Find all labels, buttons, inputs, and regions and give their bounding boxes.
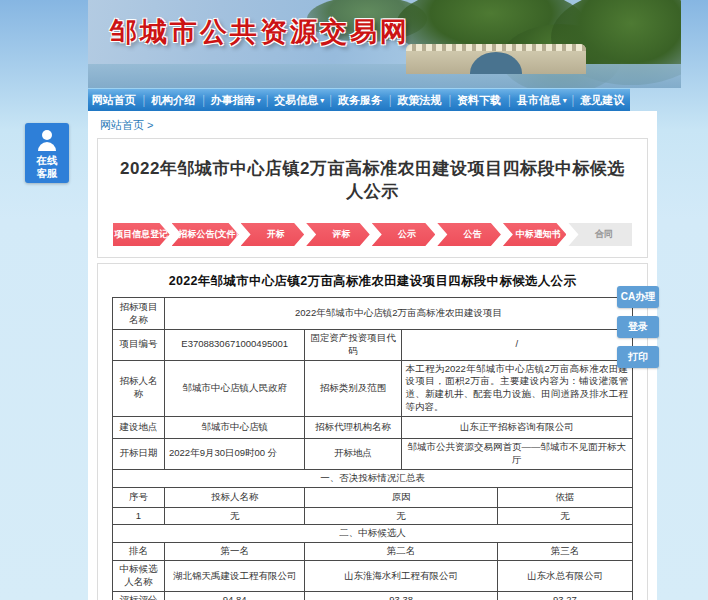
column-header: 原因 bbox=[305, 487, 497, 507]
cell-label: 招标代理机构名称 bbox=[305, 416, 401, 438]
chevron-down-icon: ▾ bbox=[320, 96, 324, 105]
side-toolbar: CA办理 登录 打印 bbox=[617, 286, 659, 376]
cell-label: 招标人名称 bbox=[113, 360, 165, 416]
nav-item-guide[interactable]: 办事指南▾ bbox=[209, 93, 263, 108]
column-header: 投标人名称 bbox=[165, 487, 305, 507]
nav-item-policy[interactable]: 政策法规 bbox=[396, 93, 446, 108]
cell-value: 94.84 bbox=[165, 591, 305, 600]
nav-separator: │ bbox=[388, 95, 394, 106]
column-header: 序号 bbox=[113, 487, 165, 507]
online-service-label: 在线 客服 bbox=[37, 154, 58, 180]
login-button[interactable]: 登录 bbox=[617, 316, 659, 338]
table-row: 排名 第一名 第二名 第三名 bbox=[113, 543, 633, 561]
cell-value: 山东水总有限公司 bbox=[497, 561, 632, 592]
nav-separator: │ bbox=[447, 95, 453, 106]
cell-value: 无 bbox=[305, 507, 497, 525]
table-row: 评标评分 94.84 93.38 93.27 bbox=[113, 591, 633, 600]
cell-label: 开标日期 bbox=[113, 438, 165, 469]
cell-value: 邹城市公共资源交易网首页——邹城市不见面开标大厅 bbox=[401, 438, 632, 469]
table-row: 1 无 无 无 bbox=[113, 507, 633, 525]
site-title: 邹城市公共资源交易网 bbox=[110, 14, 410, 50]
sections-table: 一、否决投标情况汇总表 序号 投标人名称 原因 依据 1 无 无 无 二、中标候… bbox=[112, 469, 633, 600]
table-row: 招标人名称 邹城市中心店镇人民政府 招标类别及范围 本工程为2022年邹城市中心… bbox=[113, 360, 633, 416]
table-row: 项目编号 E3708830671000495001 固定资产投资项目代码 / bbox=[113, 330, 633, 361]
cell-label: 评标评分 bbox=[113, 591, 165, 600]
table-row: 建设地点 邹城市中心店镇 招标代理机构名称 山东正平招标咨询有限公司 bbox=[113, 416, 633, 438]
nav-item-gov-service[interactable]: 政务服务 bbox=[336, 93, 386, 108]
column-header: 第二名 bbox=[305, 543, 497, 561]
notice-panel: 2022年邹城市中心店镇2万亩高标准农田建设项目四标段中标候选人公示 招标项目名… bbox=[97, 263, 648, 600]
cell-label: 开标地点 bbox=[305, 438, 401, 469]
table-row: 招标项目名称 2022年邹城市中心店镇2万亩高标准农田建设项目 bbox=[113, 298, 633, 330]
nav-item-home[interactable]: 网站首页 bbox=[90, 93, 140, 108]
banner-water-graphic bbox=[88, 64, 681, 88]
nav-item-trade-info[interactable]: 交易信息▾ bbox=[272, 93, 326, 108]
person-icon bbox=[38, 130, 56, 151]
cell-label: 中标候选人名称 bbox=[113, 561, 165, 592]
cell-value: 2022年9月30日09时00 分 bbox=[165, 438, 305, 469]
step-tender-announcement[interactable]: 招标公告(文件) bbox=[172, 223, 239, 246]
table-row: 一、否决投标情况汇总表 bbox=[113, 469, 633, 487]
breadcrumb-separator: > bbox=[147, 119, 153, 131]
nav-item-feedback[interactable]: 意见建议 bbox=[578, 93, 628, 108]
cell-label: 招标项目名称 bbox=[113, 298, 165, 330]
cell-value: 2022年邹城市中心店镇2万亩高标准农田建设项目 bbox=[165, 298, 633, 330]
table-row: 二、中标候选人 bbox=[113, 525, 633, 543]
table-row: 中标候选人名称 湖北锦天禹建设工程有限公司 山东淮海水利工程有限公司 山东水总有… bbox=[113, 561, 633, 592]
cell-value: 无 bbox=[497, 507, 632, 525]
column-header: 第三名 bbox=[497, 543, 632, 561]
cell-label: 固定资产投资项目代码 bbox=[305, 330, 401, 361]
nav-separator: │ bbox=[264, 95, 270, 106]
nav-item-about[interactable]: 机构介绍 bbox=[149, 93, 199, 108]
breadcrumb: 网站首页 > bbox=[88, 111, 657, 138]
process-steps: 项目信息登记 招标公告(文件) 开标 评标 公示 公告 中标通知书 合同 bbox=[113, 223, 632, 246]
step-project-registration[interactable]: 项目信息登记 bbox=[113, 223, 170, 246]
title-steps-panel: 2022年邹城市中心店镇2万亩高标准农田建设项目四标段中标候选人公示 项目信息登… bbox=[97, 138, 648, 258]
step-bid-opening[interactable]: 开标 bbox=[241, 223, 305, 246]
banner-bridge-graphic bbox=[406, 44, 586, 74]
notice-table-title: 2022年邹城市中心店镇2万亩高标准农田建设项目四标段中标候选人公示 bbox=[112, 273, 633, 290]
nav-item-download[interactable]: 资料下载 bbox=[455, 93, 505, 108]
cell-value: E3708830671000495001 bbox=[165, 330, 305, 361]
cell-value: 93.38 bbox=[305, 591, 497, 600]
nav-separator: │ bbox=[507, 95, 513, 106]
table-row: 开标日期 2022年9月30日09时00 分 开标地点 邹城市公共资源交易网首页… bbox=[113, 438, 633, 469]
step-publicity[interactable]: 公示 bbox=[372, 223, 436, 246]
print-button[interactable]: 打印 bbox=[617, 346, 659, 368]
section-title-rejected-bids: 一、否决投标情况汇总表 bbox=[113, 469, 633, 487]
step-award-notice[interactable]: 中标通知书 bbox=[503, 223, 567, 246]
nav-separator: │ bbox=[570, 95, 576, 106]
nav-separator: │ bbox=[201, 95, 207, 106]
column-header: 第一名 bbox=[165, 543, 305, 561]
cell-value: 无 bbox=[165, 507, 305, 525]
cell-value: 93.27 bbox=[497, 591, 632, 600]
cell-value: / bbox=[401, 330, 632, 361]
chevron-down-icon: ▾ bbox=[563, 96, 567, 105]
online-service-button[interactable]: 在线 客服 bbox=[25, 123, 69, 183]
nav-separator: │ bbox=[328, 95, 334, 106]
column-header: 依据 bbox=[497, 487, 632, 507]
content-area: 网站首页 > 2022年邹城市中心店镇2万亩高标准农田建设项目四标段中标候选人公… bbox=[88, 111, 657, 600]
main-nav: 网站首页 │ 机构介绍 │ 办事指南▾ │ 交易信息▾ │ 政务服务 │ 政策法… bbox=[88, 88, 630, 111]
cell-label: 招标类别及范围 bbox=[305, 360, 401, 416]
ca-service-button[interactable]: CA办理 bbox=[617, 286, 659, 308]
nav-separator: │ bbox=[141, 95, 147, 106]
breadcrumb-home-link[interactable]: 网站首页 bbox=[100, 119, 144, 131]
section-title-winning-candidates: 二、中标候选人 bbox=[113, 525, 633, 543]
cell-label: 排名 bbox=[113, 543, 165, 561]
cell-value: 1 bbox=[113, 507, 165, 525]
nav-item-county-info[interactable]: 县市信息▾ bbox=[515, 93, 569, 108]
step-announcement[interactable]: 公告 bbox=[437, 223, 501, 246]
step-bid-evaluation[interactable]: 评标 bbox=[306, 223, 370, 246]
chevron-down-icon: ▾ bbox=[257, 96, 261, 105]
cell-value: 本工程为2022年邹城市中心店镇2万亩高标准农田建设项目，面积2万亩。主要建设内… bbox=[401, 360, 632, 416]
cell-value: 山东正平招标咨询有限公司 bbox=[401, 416, 632, 438]
cell-label: 建设地点 bbox=[113, 416, 165, 438]
cell-value: 邹城市中心店镇 bbox=[165, 416, 305, 438]
cell-value: 邹城市中心店镇人民政府 bbox=[165, 360, 305, 416]
table-row: 序号 投标人名称 原因 依据 bbox=[113, 487, 633, 507]
cell-value: 湖北锦天禹建设工程有限公司 bbox=[165, 561, 305, 592]
project-info-table: 招标项目名称 2022年邹城市中心店镇2万亩高标准农田建设项目 项目编号 E37… bbox=[112, 297, 633, 470]
page-title: 2022年邹城市中心店镇2万亩高标准农田建设项目四标段中标候选人公示 bbox=[113, 157, 632, 203]
step-contract[interactable]: 合同 bbox=[568, 223, 632, 246]
